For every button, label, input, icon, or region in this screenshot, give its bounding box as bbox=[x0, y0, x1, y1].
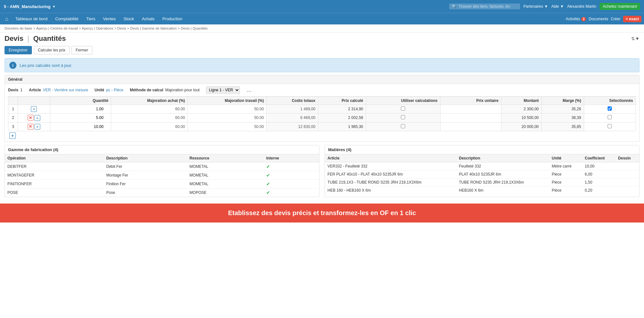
matiere-cell-unite: Pièce bbox=[549, 170, 582, 178]
menu-item-tiers[interactable]: Tiers bbox=[83, 14, 99, 23]
exact-logo: = exact bbox=[623, 16, 641, 22]
gamme-cell-interne: ✔ bbox=[264, 171, 319, 180]
top-nav: 5 - AMN_Manufacturing ▼ 🔍 Partenaires ▼ … bbox=[0, 0, 644, 13]
create-link[interactable]: Créer bbox=[611, 17, 620, 21]
ligne-select[interactable]: Ligne 1 - VER bbox=[206, 86, 240, 94]
home-icon[interactable]: ⌂ bbox=[3, 16, 11, 22]
menu-item-production[interactable]: Production bbox=[159, 14, 185, 23]
cell-selectionne[interactable] bbox=[584, 122, 636, 131]
gamme-cell-interne: ✔ bbox=[264, 162, 319, 171]
matieres-col-article: Article bbox=[325, 154, 456, 162]
list-item: FINITIONFERFinition FerMOMETAL✔ bbox=[5, 180, 319, 188]
col-selectionnes: Sélectionnés bbox=[584, 97, 636, 105]
partners-link[interactable]: Partenaires ▼ bbox=[523, 4, 548, 9]
user-name: Alexandre Martin bbox=[567, 4, 596, 9]
matiere-cell-unite: Pièce bbox=[549, 178, 582, 186]
cell-utiliser[interactable] bbox=[366, 105, 440, 114]
gamme-cell-operation: FINITIONFER bbox=[5, 180, 104, 188]
cell-selectionne[interactable] bbox=[584, 114, 636, 123]
table-row: 1+ 60.0050.001 489,002 314,902 300,0035,… bbox=[8, 105, 636, 114]
cell-prix-unitaire[interactable] bbox=[440, 114, 501, 123]
matiere-cell-coefficient: 6,00 bbox=[582, 170, 615, 178]
documents-link[interactable]: Documents bbox=[589, 17, 608, 21]
row-number: 1 bbox=[8, 105, 18, 114]
matieres-table: Article Description Unité Coefficient De… bbox=[325, 154, 639, 194]
menu-item-achats[interactable]: Achats bbox=[138, 14, 158, 23]
add-subrow-button[interactable]: + bbox=[34, 124, 40, 130]
matieres-col-description: Description bbox=[456, 154, 549, 162]
gamme-section: Gamme de fabrication (4) Opération Descr… bbox=[5, 145, 319, 197]
gamme-cell-interne: ✔ bbox=[264, 180, 319, 188]
filter-icon[interactable]: ⇅▼ bbox=[631, 36, 639, 41]
row-actions: ✕ + bbox=[18, 114, 50, 123]
quantite-input[interactable] bbox=[79, 124, 108, 129]
footer-text: Etablissez des devis précis et transform… bbox=[228, 209, 416, 216]
field-more: … bbox=[246, 87, 251, 93]
utiliser-checkbox[interactable] bbox=[401, 115, 405, 119]
company-chevron: ▼ bbox=[52, 5, 56, 8]
add-subrow-button[interactable]: + bbox=[34, 115, 40, 121]
selectionne-checkbox[interactable] bbox=[608, 106, 612, 111]
app-title[interactable]: 5 - AMN_Manufacturing ▼ bbox=[4, 4, 56, 9]
close-button[interactable]: Fermer bbox=[71, 46, 92, 54]
menu-item-tableaux[interactable]: Tableaux de bord bbox=[12, 14, 51, 23]
utiliser-checkbox[interactable] bbox=[401, 124, 405, 128]
cell-maj-achat: 60.00 bbox=[111, 122, 188, 131]
breadcrumb: Données de base > Aperçu | Centres de tr… bbox=[0, 24, 644, 32]
menu-item-comptabilite[interactable]: Comptabilité bbox=[52, 14, 81, 23]
cell-utiliser[interactable] bbox=[366, 122, 440, 131]
delete-row-button[interactable]: ✕ bbox=[28, 115, 33, 121]
matiere-cell-article: TUBE 219,1X3 - TUBE ROND S235 JRH 219,1X… bbox=[325, 178, 456, 186]
article-value[interactable]: VER - Verrière sur mesure bbox=[43, 88, 88, 92]
save-button[interactable]: Enregistrer bbox=[5, 46, 32, 54]
utiliser-checkbox[interactable] bbox=[401, 106, 405, 111]
cell-prix-unitaire[interactable] bbox=[440, 105, 501, 114]
cell-maj-achat: 60.00 bbox=[111, 105, 188, 114]
list-item: HEB 160 - HEB160 X 6mHEB160 X 6mPièce0,2… bbox=[325, 186, 639, 195]
prix-unitaire-input[interactable] bbox=[469, 107, 498, 111]
col-utiliser: Utiliser calculations bbox=[366, 97, 440, 105]
menu-item-ventes[interactable]: Ventes bbox=[100, 14, 119, 23]
buy-now-button[interactable]: Achetez maintenant bbox=[600, 3, 640, 10]
calculate-button[interactable]: Calculer les prix bbox=[34, 46, 70, 54]
quantite-input[interactable] bbox=[79, 107, 108, 111]
gamme-cell-description: Débit Fer bbox=[104, 162, 187, 171]
cell-maj-travail: 50.00 bbox=[188, 105, 267, 114]
add-subrow-button[interactable]: + bbox=[31, 106, 37, 112]
more-icon[interactable]: … bbox=[246, 87, 251, 93]
selectionne-checkbox[interactable] bbox=[608, 124, 612, 128]
interne-check-icon: ✔ bbox=[266, 173, 270, 178]
prix-unitaire-input[interactable] bbox=[469, 124, 498, 129]
add-row-button[interactable]: + bbox=[9, 132, 16, 139]
qty-table-wrapper: Quantité Majoration achat (%) Majoration… bbox=[5, 96, 639, 141]
unite-value[interactable]: pc - Pièce bbox=[106, 88, 123, 92]
cell-selectionne[interactable] bbox=[584, 105, 636, 114]
cell-quantite[interactable] bbox=[50, 114, 111, 123]
cell-quantite[interactable] bbox=[50, 122, 111, 131]
prix-unitaire-input[interactable] bbox=[469, 115, 498, 120]
gamme-cell-operation: POSE bbox=[5, 188, 104, 197]
field-methode: Méthode de calcul Majoration pour tout bbox=[130, 88, 200, 92]
col-marge: Marge (%) bbox=[541, 97, 584, 105]
list-item: VER332 - Feuilleté 332Feuilleté 332Mètre… bbox=[325, 162, 639, 170]
activities-link[interactable]: Activités 3 bbox=[566, 17, 586, 21]
matiere-cell-description: TUBE ROND S235 JRH 219,1X3X6m bbox=[456, 178, 549, 186]
cell-utiliser[interactable] bbox=[366, 114, 440, 123]
matieres-title: Matières (4) bbox=[325, 145, 639, 154]
quantite-input[interactable] bbox=[79, 115, 108, 120]
cell-prix-unitaire[interactable] bbox=[440, 122, 501, 131]
matiere-cell-dessin bbox=[616, 186, 639, 195]
cell-couts-totaux: 1 489,00 bbox=[267, 105, 318, 114]
search-box[interactable]: 🔍 bbox=[449, 4, 520, 9]
matiere-cell-coefficient: 0,20 bbox=[582, 186, 615, 195]
menu-item-stock[interactable]: Stock bbox=[120, 14, 137, 23]
col-actions bbox=[18, 97, 50, 105]
search-input[interactable] bbox=[459, 4, 510, 9]
selectionne-checkbox[interactable] bbox=[608, 115, 612, 119]
list-item: FER PLAT 40x10 - PLAT 40x10 S235JR 6mPLA… bbox=[325, 170, 639, 178]
help-link[interactable]: Aide ▼ bbox=[551, 4, 564, 9]
field-ligne: Ligne 1 - VER bbox=[206, 86, 240, 94]
delete-row-button[interactable]: ✕ bbox=[28, 124, 33, 130]
menu-bar: ⌂ Tableaux de bord Comptabilité Tiers Ve… bbox=[0, 13, 644, 24]
cell-quantite[interactable] bbox=[50, 105, 111, 114]
